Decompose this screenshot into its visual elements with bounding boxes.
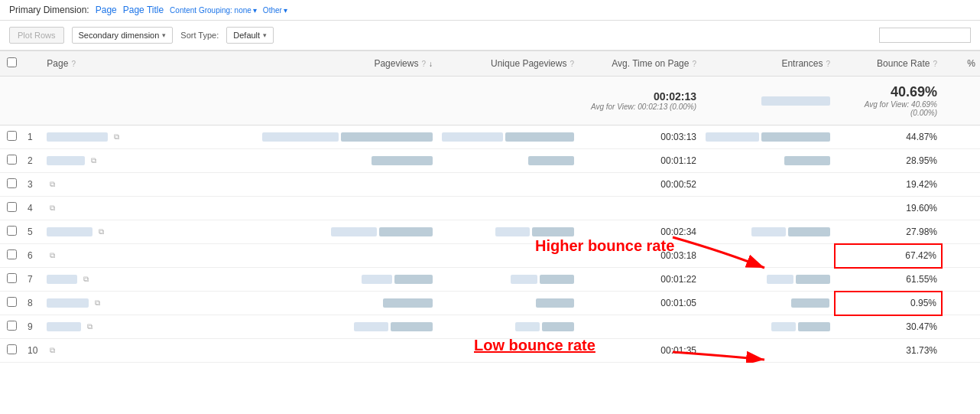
- bounce-rate-cell: 30.47%: [835, 315, 942, 339]
- pct-cell: [942, 268, 980, 292]
- bounce-rate-cell: 19.42%: [835, 173, 942, 197]
- entrances-cell: [701, 268, 835, 292]
- external-link-icon[interactable]: ⧉: [50, 346, 55, 355]
- content-grouping-label: Content Grouping: none: [170, 6, 251, 15]
- bounce-rate-cell: 19.60%: [835, 197, 942, 220]
- page-cell: ⧉: [42, 292, 258, 315]
- row-checkbox[interactable]: [7, 344, 17, 354]
- external-link-icon[interactable]: ⧉: [83, 275, 89, 284]
- entrances-cell: [701, 244, 835, 268]
- row-checkbox-cell[interactable]: [0, 244, 23, 268]
- avg-entrances-cell: [701, 77, 835, 126]
- table-row: 4 ⧉: [0, 197, 980, 220]
- row-checkbox[interactable]: [7, 297, 17, 307]
- external-link-icon[interactable]: ⧉: [50, 180, 55, 189]
- avg-time-cell: 00:01:05: [579, 292, 701, 315]
- content-grouping-dropdown[interactable]: Content Grouping: none ▾: [170, 6, 257, 15]
- external-link-icon[interactable]: ⧉: [99, 227, 104, 236]
- plot-rows-button[interactable]: Plot Rows: [9, 27, 64, 44]
- row-number: 2: [23, 149, 42, 173]
- page-cell: ⧉: [42, 126, 258, 149]
- select-all-checkbox[interactable]: [7, 57, 17, 67]
- bounce-rate-cell: 44.87%: [835, 126, 942, 149]
- secondary-dimension-dropdown[interactable]: Secondary dimension ▾: [72, 27, 174, 44]
- row-checkbox-cell[interactable]: [0, 315, 23, 339]
- entrances-column-header: Entrances ?: [701, 51, 835, 77]
- help-icon[interactable]: ?: [933, 60, 937, 68]
- pct-cell: [942, 339, 980, 363]
- entrances-cell: [701, 292, 835, 315]
- chevron-down-icon: ▾: [263, 31, 267, 39]
- row-checkbox-cell[interactable]: [0, 173, 23, 197]
- row-checkbox-cell[interactable]: [0, 126, 23, 149]
- help-icon[interactable]: ?: [71, 60, 76, 68]
- external-link-icon[interactable]: ⧉: [95, 298, 100, 308]
- table-row: 2 ⧉ 00:01:12: [0, 149, 980, 173]
- select-all-header[interactable]: [0, 51, 23, 77]
- chevron-down-icon: ▾: [162, 31, 166, 39]
- other-dropdown[interactable]: Other ▾: [263, 6, 287, 15]
- avg-time-column-header: Avg. Time on Page ?: [579, 51, 701, 77]
- external-link-icon[interactable]: ⧉: [114, 132, 119, 142]
- help-icon[interactable]: ?: [692, 60, 696, 68]
- external-link-icon[interactable]: ⧉: [50, 204, 55, 213]
- page-link[interactable]: Page: [96, 5, 117, 15]
- avg-time-cell: 00:00:52: [579, 173, 701, 197]
- row-checkbox-cell[interactable]: [0, 220, 23, 244]
- entrances-cell: [701, 197, 835, 220]
- row-checkbox[interactable]: [7, 273, 17, 283]
- table-row: 1 ⧉ 00:03:13: [0, 126, 980, 149]
- table-row: 6 ⧉ 00:03:18: [0, 244, 980, 268]
- row-checkbox[interactable]: [7, 202, 17, 212]
- avg-time-cell: 00:02:34: [579, 220, 701, 244]
- row-checkbox-cell[interactable]: [0, 292, 23, 315]
- entrances-cell: [701, 220, 835, 244]
- row-checkbox-cell[interactable]: [0, 197, 23, 220]
- page-cell: ⧉: [42, 220, 258, 244]
- table-row: 8 ⧉ 00:01:05: [0, 292, 980, 315]
- unique-pageviews-cell: [437, 339, 579, 363]
- unique-pageviews-cell: [437, 149, 579, 173]
- data-table: Page ? Pageviews ? ↓ Unique Pageviews ?: [0, 51, 980, 363]
- row-checkbox[interactable]: [7, 155, 17, 165]
- row-number: 9: [23, 315, 42, 339]
- pageviews-cell: [258, 220, 437, 244]
- pageviews-cell: [258, 268, 437, 292]
- sort-type-label: Sort Type:: [180, 31, 219, 40]
- row-checkbox[interactable]: [7, 226, 17, 236]
- page-title-link[interactable]: Page Title: [123, 5, 164, 15]
- unique-pageviews-cell: [437, 292, 579, 315]
- external-link-icon[interactable]: ⧉: [50, 251, 55, 260]
- help-icon[interactable]: ?: [570, 60, 574, 68]
- average-row: 00:02:13 Avg for View: 00:02:13 (0.00%) …: [0, 77, 980, 126]
- sort-arrow-icon[interactable]: ↓: [429, 60, 433, 68]
- row-checkbox[interactable]: [7, 321, 17, 331]
- row-number: 5: [23, 220, 42, 244]
- controls-bar: Plot Rows Secondary dimension ▾ Sort Typ…: [0, 21, 980, 51]
- row-checkbox-cell[interactable]: [0, 149, 23, 173]
- unique-pageviews-cell: [437, 315, 579, 339]
- row-checkbox-cell[interactable]: [0, 339, 23, 363]
- row-checkbox[interactable]: [7, 178, 17, 188]
- row-checkbox[interactable]: [7, 131, 17, 141]
- entrances-cell: [701, 173, 835, 197]
- external-link-icon[interactable]: ⧉: [87, 322, 92, 331]
- unique-pageviews-cell: [437, 126, 579, 149]
- row-checkbox-cell[interactable]: [0, 268, 23, 292]
- external-link-icon[interactable]: ⧉: [91, 156, 96, 165]
- pageviews-column-header: Pageviews ? ↓: [258, 51, 437, 77]
- sort-default-dropdown[interactable]: Default ▾: [226, 27, 274, 44]
- row-checkbox[interactable]: [7, 249, 17, 259]
- page-cell: ⧉: [42, 244, 258, 268]
- secondary-dimension-label: Secondary dimension: [79, 31, 160, 40]
- help-icon[interactable]: ?: [421, 60, 426, 68]
- unique-pageviews-cell: [437, 173, 579, 197]
- pct-cell: [942, 220, 980, 244]
- search-input[interactable]: [879, 28, 971, 43]
- avg-time-cell: 00:02:13 Avg for View: 00:02:13 (0.00%): [579, 77, 701, 126]
- sort-default-label: Default: [233, 31, 260, 40]
- table-row: 3 ⧉ 00:00:52: [0, 173, 980, 197]
- page-cell: ⧉: [42, 197, 258, 220]
- help-icon[interactable]: ?: [826, 60, 830, 68]
- entrances-cell: [701, 149, 835, 173]
